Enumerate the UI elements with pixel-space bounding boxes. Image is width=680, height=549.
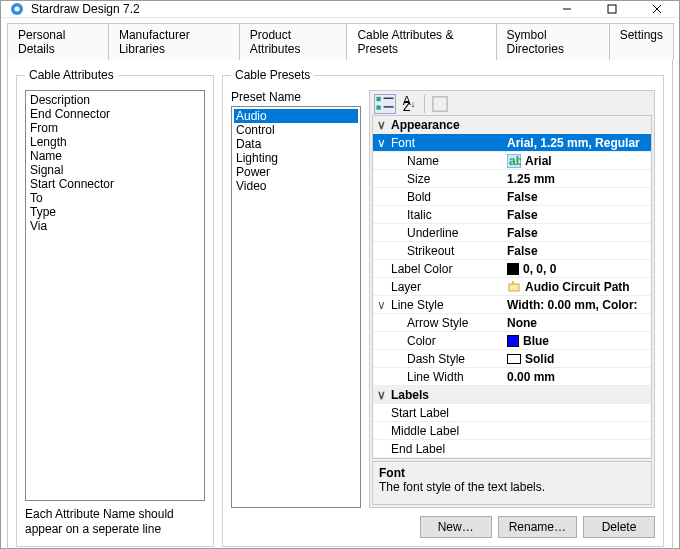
propgrid-row-label-color[interactable]: Label Color0, 0, 0 — [373, 260, 651, 278]
categorized-icon[interactable] — [374, 94, 396, 114]
propgrid-row-font[interactable]: ∨ Font Arial, 1.25 mm, Regular — [373, 134, 651, 152]
collapse-icon[interactable]: ∨ — [373, 118, 389, 132]
propgrid-row-middle-label[interactable]: Middle Label — [373, 422, 651, 440]
titlebar: Stardraw Design 7.2 — [1, 1, 679, 18]
svg-rect-3 — [608, 5, 616, 13]
alphabetical-icon[interactable]: AZ↓ — [398, 94, 420, 114]
list-item[interactable]: From — [28, 121, 202, 135]
list-item[interactable]: Video — [234, 179, 358, 193]
app-icon — [9, 1, 25, 17]
cable-attributes-listbox[interactable]: Description End Connector From Length Na… — [25, 90, 205, 501]
app-window: Stardraw Design 7.2 Personal Details Man… — [0, 0, 680, 549]
tab-symbol-directories[interactable]: Symbol Directories — [496, 23, 610, 60]
svg-rect-14 — [512, 281, 514, 285]
propgrid-row-font-name[interactable]: Name abArial — [373, 152, 651, 170]
preset-name-listbox[interactable]: Audio Control Data Lighting Power Video — [231, 106, 361, 508]
propgrid-row-font-strikeout[interactable]: StrikeoutFalse — [373, 242, 651, 260]
maximize-button[interactable] — [589, 1, 634, 17]
cable-attributes-panel: Cable Attributes Description End Connect… — [16, 68, 214, 547]
tab-personal-details[interactable]: Personal Details — [7, 23, 109, 60]
list-item[interactable]: Data — [234, 137, 358, 151]
tab-content: Cable Attributes Description End Connect… — [7, 59, 673, 549]
propgrid-row-start-label[interactable]: Start Label — [373, 404, 651, 422]
propgrid-row-line-width[interactable]: Line Width0.00 mm — [373, 368, 651, 386]
svg-rect-13 — [509, 284, 519, 291]
layer-icon — [507, 280, 521, 294]
list-item[interactable]: Via — [28, 219, 202, 233]
font-icon: ab — [507, 154, 521, 168]
collapse-icon[interactable]: ∨ — [373, 298, 389, 312]
color-swatch — [507, 335, 519, 347]
collapse-icon[interactable]: ∨ — [373, 388, 389, 402]
propgrid-row-font-italic[interactable]: ItalicFalse — [373, 206, 651, 224]
window-buttons — [544, 1, 679, 17]
color-swatch — [507, 263, 519, 275]
list-item[interactable]: Start Connector — [28, 177, 202, 191]
propgrid-row-dash-style[interactable]: Dash StyleSolid — [373, 350, 651, 368]
propgrid-toolbar: AZ↓ — [372, 93, 652, 115]
cable-attributes-legend: Cable Attributes — [25, 68, 118, 82]
preset-name-label: Preset Name — [231, 90, 361, 104]
propgrid-category-labels[interactable]: ∨Labels — [373, 386, 651, 404]
svg-rect-6 — [376, 97, 380, 101]
svg-point-1 — [15, 7, 20, 12]
preset-buttons: New… Rename… Delete — [231, 516, 655, 538]
list-item[interactable]: Description — [28, 93, 202, 107]
list-item[interactable]: Signal — [28, 163, 202, 177]
propgrid-row-font-size[interactable]: Size1.25 mm — [373, 170, 651, 188]
list-item[interactable]: To — [28, 191, 202, 205]
tab-manufacturer-libraries[interactable]: Manufacturer Libraries — [108, 23, 240, 60]
minimize-button[interactable] — [544, 1, 589, 17]
propgrid-row-end-label[interactable]: End Label — [373, 440, 651, 458]
collapse-icon[interactable]: ∨ — [373, 136, 389, 150]
tab-cable-attributes-presets[interactable]: Cable Attributes & Presets — [346, 23, 496, 60]
list-item[interactable]: Audio — [234, 109, 358, 123]
propgrid-desc-title: Font — [379, 466, 645, 480]
list-item[interactable]: End Connector — [28, 107, 202, 121]
propgrid-row-font-bold[interactable]: BoldFalse — [373, 188, 651, 206]
propgrid-row-font-underline[interactable]: UnderlineFalse — [373, 224, 651, 242]
property-grid-panel: AZ↓ ∨ Appearance — [369, 90, 655, 508]
list-item[interactable]: Power — [234, 165, 358, 179]
new-button[interactable]: New… — [420, 516, 492, 538]
cable-presets-group: Cable Presets Preset Name Audio Control … — [222, 68, 664, 547]
list-item[interactable]: Type — [28, 205, 202, 219]
list-item[interactable]: Lighting — [234, 151, 358, 165]
list-item[interactable]: Control — [234, 123, 358, 137]
tab-product-attributes[interactable]: Product Attributes — [239, 23, 348, 60]
property-grid[interactable]: ∨ Appearance ∨ Font Arial, 1.25 mm, Regu… — [372, 115, 652, 459]
propgrid-category-appearance[interactable]: ∨ Appearance — [373, 116, 651, 134]
property-pages-icon[interactable] — [429, 94, 451, 114]
svg-rect-10 — [433, 97, 447, 111]
delete-button[interactable]: Delete — [583, 516, 655, 538]
propgrid-desc-text: The font style of the text labels. — [379, 480, 645, 494]
close-button[interactable] — [634, 1, 679, 17]
cable-presets-legend: Cable Presets — [231, 68, 314, 82]
propgrid-row-arrow-style[interactable]: Arrow StyleNone — [373, 314, 651, 332]
window-title: Stardraw Design 7.2 — [31, 2, 544, 16]
svg-text:ab: ab — [509, 154, 521, 168]
toolbar-separator — [424, 95, 425, 113]
propgrid-description: Font The font style of the text labels. — [372, 461, 652, 505]
rename-button[interactable]: Rename… — [498, 516, 577, 538]
dash-preview-icon — [507, 354, 521, 364]
propgrid-row-layer[interactable]: LayerAudio Circuit Path — [373, 278, 651, 296]
list-item[interactable]: Length — [28, 135, 202, 149]
svg-rect-7 — [376, 105, 380, 109]
tabstrip: Personal Details Manufacturer Libraries … — [1, 18, 679, 59]
cable-attributes-group: Cable Attributes Description End Connect… — [16, 68, 214, 547]
list-item[interactable]: Name — [28, 149, 202, 163]
cable-attributes-hint: Each Attribute Name should appear on a s… — [25, 507, 205, 538]
propgrid-row-ls-color[interactable]: ColorBlue — [373, 332, 651, 350]
propgrid-row-line-style[interactable]: ∨Line StyleWidth: 0.00 mm, Color: — [373, 296, 651, 314]
cable-presets-panel: Cable Presets Preset Name Audio Control … — [222, 68, 664, 547]
tab-settings[interactable]: Settings — [609, 23, 674, 60]
